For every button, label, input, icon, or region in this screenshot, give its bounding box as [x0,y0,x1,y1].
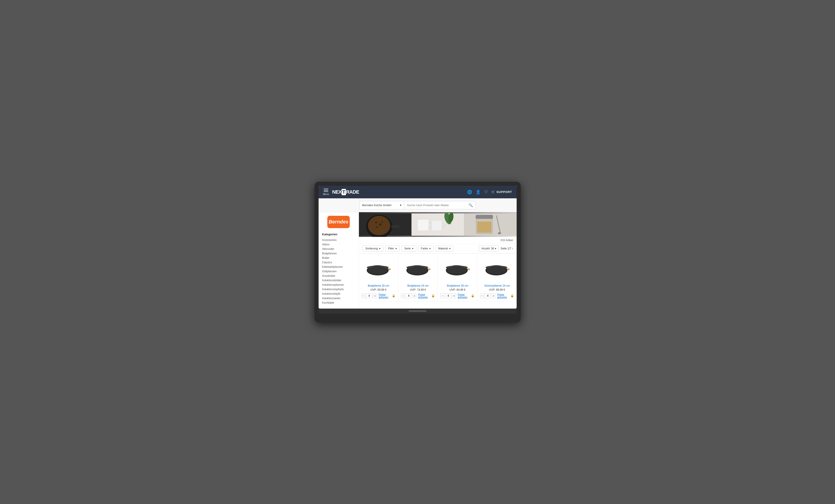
qty-increase-button[interactable]: + [492,293,495,298]
chevron-down-icon: ▾ [429,247,431,250]
category-item[interactable]: Accessories [322,238,355,242]
svg-rect-10 [431,220,442,230]
category-item[interactable]: Aktion [322,242,355,247]
filter-label: Material [438,247,448,250]
qty-decrease-button[interactable]: − [401,293,405,298]
logo[interactable]: NEXTRADE [332,189,359,195]
article-count: 233 Artikel [438,239,513,242]
chevron-down-icon: ▾ [449,247,451,250]
chevron-right-icon[interactable]: › [512,247,513,250]
category-item[interactable]: Bräter [322,256,355,260]
filter-btn-sortierung[interactable]: Sortierung▾ [363,246,383,251]
filter-btn-farbe[interactable]: Farbe▾ [418,246,433,251]
sidebar: Berndes Kategorien AccessoriesAktionAllr… [319,212,359,308]
product-name[interactable]: Schmorpfanne 24 cm [484,284,510,287]
support-label: SUPPORT [496,190,512,194]
category-item[interactable]: Allrounder [322,247,355,251]
page-label: Seite 1/7 [501,247,511,250]
filters-row: Sortierung▾Filter▾Serie▾Farbe▾Material▾ … [359,244,517,254]
qty-increase-button[interactable]: + [413,293,416,298]
qty-input[interactable] [406,293,412,298]
product-name[interactable]: Bratpfanne 24 cm [407,284,429,287]
product-image[interactable] [362,257,395,282]
product-price: UVP: 84,99 € [449,288,465,291]
laptop-notch [409,310,427,312]
qty-input[interactable] [485,293,491,298]
category-item[interactable]: Kochtöpfe [322,301,355,305]
header-right: 🌐 👤 ♡ 🛒 SUPPORT [467,189,512,195]
logo-text2: RADE [346,189,359,195]
qty-increase-button[interactable]: + [452,293,456,298]
svg-point-36 [447,266,467,274]
search-input[interactable] [404,202,466,209]
heart-icon[interactable]: ♡ [484,189,488,195]
product-card: Schmorpfanne 24 cm UVP: 89,99 € − + Prei… [477,254,517,301]
category-item[interactable]: Grillpfannen [322,269,355,274]
qty-input[interactable] [445,293,451,298]
svg-rect-15 [477,221,491,233]
laptop-frame: Menü NEXTRADE 🌐 👤 ♡ 🛒 SUPPORT Berndes Kü… [314,182,521,322]
product-price: UVP: 59,99 € [370,288,386,291]
search-button[interactable]: 🔍 [466,201,476,209]
search-input-wrap: 🔍 [404,201,476,209]
svg-point-18 [498,232,501,234]
category-item[interactable]: Classics [322,260,355,265]
supplier-label: Berndes Küche GmbH [362,203,391,207]
product-image[interactable] [401,257,435,282]
products-grid: Bratpfanne 20 cm UVP: 59,99 € − + Preise… [359,254,517,301]
banner-image [359,212,517,237]
qty-input[interactable] [366,293,372,298]
category-item[interactable]: Gussbräter [322,274,355,278]
product-image[interactable] [441,257,474,282]
filter-label: Filter [388,247,394,250]
filter-btn-filter[interactable]: Filter▾ [385,246,400,251]
svg-point-42 [486,266,506,274]
qty-increase-button[interactable]: + [373,293,377,298]
search-bar: Berndes Küche GmbH ▾ 🔍 [319,198,517,212]
category-item[interactable]: Bratpfannen [322,251,355,256]
qty-decrease-button[interactable]: − [480,293,484,298]
menu-label: Menü [323,193,329,196]
cart-icon: 🛒 [491,190,495,194]
pagination-wrap: Anzahl: 36 ▾ Seite 1/7 › [479,246,513,251]
banner-svg [359,212,517,237]
price-request-link[interactable]: Preise anfragen [458,293,470,299]
count-select[interactable]: Anzahl: 36 ▾ [479,246,499,251]
product-name[interactable]: Bratpfanne 28 cm [447,284,468,287]
category-item[interactable]: Induktionswoks [322,296,355,301]
main-content: Berndes Kategorien AccessoriesAktionAllr… [319,212,517,308]
filter-label: Serie [404,247,411,250]
product-image[interactable] [480,257,514,282]
category-item[interactable]: Induktionstöpfe [322,291,355,296]
chevron-down-icon: ▾ [379,247,381,250]
category-item[interactable]: Induktionsbräter [322,278,355,283]
logo-text: NEX [332,189,342,195]
svg-point-3 [375,221,377,223]
category-item[interactable]: Induktionspfannen [322,283,355,287]
supplier-select[interactable]: Berndes Küche GmbH ▾ [359,201,404,209]
svg-point-4 [379,223,381,226]
page-info: Seite 1/7 › [501,247,513,250]
price-request-link[interactable]: Preise anfragen [379,293,391,299]
qty-decrease-button[interactable]: − [441,293,444,298]
price-request-link[interactable]: Preise anfragen [418,293,430,299]
product-name[interactable]: Bratpfanne 20 cm [368,284,389,287]
qty-decrease-button[interactable]: − [362,293,365,298]
svg-point-2 [368,216,390,235]
menu-button[interactable]: Menü [323,189,329,196]
chevron-down-icon: ▾ [395,247,397,250]
brand-logo[interactable]: Berndes [327,216,350,228]
price-request-link[interactable]: Preise anfragen [497,293,509,299]
svg-point-30 [407,266,427,274]
category-item[interactable]: Edelstahlpfannen [322,265,355,269]
category-item[interactable]: Induktionstopfsets [322,287,355,291]
product-area: 233 Artikel Sortierung▾Filter▾Serie▾Farb… [359,212,517,308]
filter-btn-material[interactable]: Material▾ [435,246,453,251]
user-icon[interactable]: 👤 [476,189,481,195]
support-button[interactable]: 🛒 SUPPORT [491,190,512,194]
filter-label: Farbe [421,247,428,250]
filter-btn-serie[interactable]: Serie▾ [402,246,416,251]
header: Menü NEXTRADE 🌐 👤 ♡ 🛒 SUPPORT [319,186,517,198]
globe-icon[interactable]: 🌐 [467,189,472,195]
product-card: Bratpfanne 20 cm UVP: 59,99 € − + Preise… [359,254,398,301]
